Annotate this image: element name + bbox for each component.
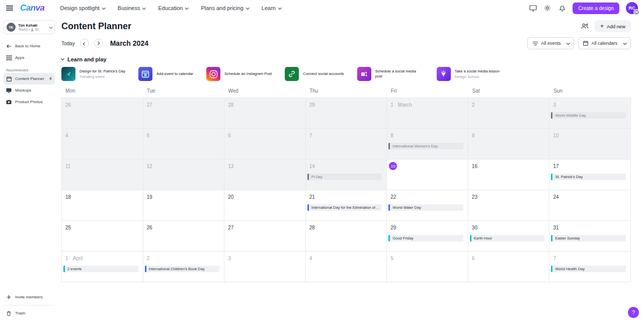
topnav-item-design-spotlight[interactable]: Design spotlight bbox=[56, 5, 109, 11]
menu-icon[interactable] bbox=[6, 6, 13, 11]
calendar-day-cell[interactable]: 1March bbox=[387, 98, 468, 129]
calendar-day-cell[interactable]: 3 bbox=[224, 252, 306, 282]
calendar-event[interactable]: World Wildlife Day bbox=[551, 112, 626, 119]
learn-and-play-cards: Design for St. Patrick's Day Trending ev… bbox=[61, 67, 631, 81]
topnav-item-business[interactable]: Business bbox=[113, 5, 150, 11]
calendar-event[interactable]: St. Patrick's Day bbox=[551, 174, 626, 180]
add-new-button[interactable]: + Add new bbox=[595, 20, 631, 32]
calendar-day-cell[interactable]: 21International Day for the Elimination … bbox=[306, 190, 387, 221]
calendar-day-cell[interactable]: 26 bbox=[62, 98, 143, 129]
today-button[interactable]: Today bbox=[61, 41, 75, 46]
card-add-event[interactable]: Add event to calendar bbox=[138, 67, 193, 81]
user-avatar[interactable]: RC TK bbox=[626, 2, 638, 14]
topnav-item-plans-pricing[interactable]: Plans and pricing bbox=[196, 5, 253, 11]
calendar-day-cell[interactable]: 5 bbox=[143, 129, 225, 159]
pin-icon[interactable] bbox=[49, 77, 52, 81]
calendar-event[interactable]: World Water Day bbox=[388, 204, 463, 211]
trash-button[interactable]: Trash bbox=[4, 307, 55, 319]
card-st-patricks[interactable]: Design for St. Patrick's Day Trending ev… bbox=[61, 67, 125, 81]
calendar-day-cell[interactable]: 17St. Patrick's Day bbox=[549, 159, 631, 190]
calendar-day-cell[interactable]: 4 bbox=[306, 252, 387, 282]
help-button[interactable]: ? bbox=[628, 307, 639, 318]
calendar-day-cell[interactable]: 23 bbox=[468, 190, 550, 221]
calendar-day-cell[interactable]: 31Easter Sunday bbox=[549, 221, 631, 252]
plus-icon bbox=[6, 294, 12, 300]
calendar-day-cell[interactable]: 22World Water Day bbox=[387, 190, 468, 221]
invite-members-button[interactable]: Invite members bbox=[4, 291, 55, 303]
gear-icon[interactable] bbox=[543, 4, 551, 12]
calendar-event[interactable]: Easter Sunday bbox=[551, 235, 626, 242]
card-connect-social[interactable]: Connect social accounts bbox=[285, 67, 344, 81]
day-number: 8 bbox=[390, 133, 393, 138]
bell-icon[interactable] bbox=[558, 4, 566, 12]
monitor-icon[interactable] bbox=[529, 4, 537, 12]
calendar-day-cell[interactable]: 1April2 events bbox=[62, 252, 143, 282]
calendar-day-cell[interactable]: 8International Women's Day bbox=[387, 129, 468, 159]
calendar-event[interactable]: 2 events bbox=[63, 266, 138, 272]
day-number: 10 bbox=[553, 133, 558, 138]
calendar-event[interactable]: Pi Day bbox=[307, 174, 382, 180]
calendar-day-cell[interactable]: 29 bbox=[306, 98, 387, 129]
calendar-day-cell[interactable]: 10 bbox=[549, 129, 631, 159]
calendar-day-cell[interactable]: 13 bbox=[224, 159, 306, 190]
prev-month-button[interactable] bbox=[80, 39, 89, 48]
canva-logo[interactable]: Canva bbox=[20, 3, 45, 13]
calendars-filter-dropdown[interactable]: All calendars bbox=[578, 37, 631, 49]
calendar-day-cell[interactable]: 12 bbox=[143, 159, 225, 190]
calendar-day-cell[interactable]: 19 bbox=[143, 190, 225, 221]
card-social-lesson[interactable]: Take a social media lesson Design School bbox=[437, 67, 500, 81]
calendar-event[interactable]: Good Friday bbox=[388, 235, 463, 242]
sidebar-item-mockups[interactable]: Mockups bbox=[4, 85, 55, 96]
calendar-day-cell[interactable]: 6 bbox=[224, 129, 306, 159]
calendar-day-cell[interactable]: 15 bbox=[387, 159, 468, 190]
card-instagram[interactable]: Schedule an Instagram Post bbox=[206, 67, 272, 81]
calendar-day-cell[interactable]: 9 bbox=[468, 129, 550, 159]
calendar-day-cell[interactable]: 11 bbox=[62, 159, 143, 190]
card-schedule-social[interactable]: Schedule a social media post bbox=[357, 67, 424, 81]
topnav-item-education[interactable]: Education bbox=[153, 5, 192, 11]
calendar-day-cell[interactable]: 7World Health Day bbox=[549, 252, 631, 282]
calendar-day-cell[interactable]: 2International Children's Book Day bbox=[143, 252, 225, 282]
calendar-event[interactable]: International Children's Book Day bbox=[145, 266, 220, 272]
day-number: 3 bbox=[553, 102, 556, 108]
sidebar-item-content-planner[interactable]: Content Planner bbox=[4, 73, 55, 85]
people-icon[interactable] bbox=[581, 22, 589, 30]
sidebar-item-apps[interactable]: Apps bbox=[4, 52, 55, 63]
calendar-day-cell[interactable]: 7 bbox=[306, 129, 387, 159]
calendar-day-cell[interactable]: 28 bbox=[224, 98, 306, 129]
calendar-event[interactable]: International Women's Day bbox=[388, 143, 463, 149]
back-to-home[interactable]: Back to Home bbox=[4, 40, 55, 52]
chevron-right-icon bbox=[96, 41, 100, 45]
calendar-day-cell[interactable]: 2 bbox=[468, 98, 550, 129]
calendar-day-cell[interactable]: 30Earth Hour bbox=[468, 221, 550, 252]
calendar-day-cell[interactable]: 20 bbox=[224, 190, 306, 221]
calendar-day-cell[interactable]: 4 bbox=[62, 129, 143, 159]
card-title: Schedule an Instagram Post bbox=[224, 71, 272, 77]
plus-icon: + bbox=[600, 23, 604, 29]
calendar-day-cell[interactable]: 27 bbox=[143, 98, 225, 129]
calendar-day-cell[interactable]: 24 bbox=[549, 190, 631, 221]
calendar-day-cell[interactable]: 5 bbox=[387, 252, 468, 282]
calendar-day-cell[interactable]: 26 bbox=[143, 221, 225, 252]
calendar-day-cell[interactable]: 25 bbox=[62, 221, 143, 252]
create-design-button[interactable]: Create a design bbox=[573, 3, 619, 14]
calendar-event[interactable]: World Health Day bbox=[551, 266, 626, 272]
calendar-day-cell[interactable]: 3World Wildlife Day bbox=[549, 98, 631, 129]
calendar-event[interactable]: Earth Hour bbox=[470, 235, 545, 242]
calendar-day-cell[interactable]: 27 bbox=[224, 221, 306, 252]
topnav-item-learn[interactable]: Learn bbox=[257, 5, 285, 11]
sidebar-item-product-photos[interactable]: Product Photos bbox=[4, 96, 55, 108]
calendar-event[interactable]: International Day for the Elimination of… bbox=[307, 204, 382, 211]
filter-icon bbox=[532, 41, 538, 46]
calendar-day-cell[interactable]: 6 bbox=[468, 252, 550, 282]
calendar-day-cell[interactable]: 18 bbox=[62, 190, 143, 221]
next-month-button[interactable] bbox=[94, 39, 103, 48]
calendar-day-cell[interactable]: 29Good Friday bbox=[387, 221, 468, 252]
team-switcher[interactable]: TK Tim Kehati Teams • 50 bbox=[4, 20, 55, 34]
calendar-day-cell[interactable]: 28 bbox=[306, 221, 387, 252]
calendar-day-cell[interactable]: 14Pi Day bbox=[306, 159, 387, 190]
learn-and-play-toggle[interactable]: Learn and play bbox=[61, 56, 631, 62]
calendar-day-cell[interactable]: 16 bbox=[468, 159, 550, 190]
day-number: 7 bbox=[553, 256, 556, 261]
events-filter-dropdown[interactable]: All events bbox=[527, 37, 574, 49]
